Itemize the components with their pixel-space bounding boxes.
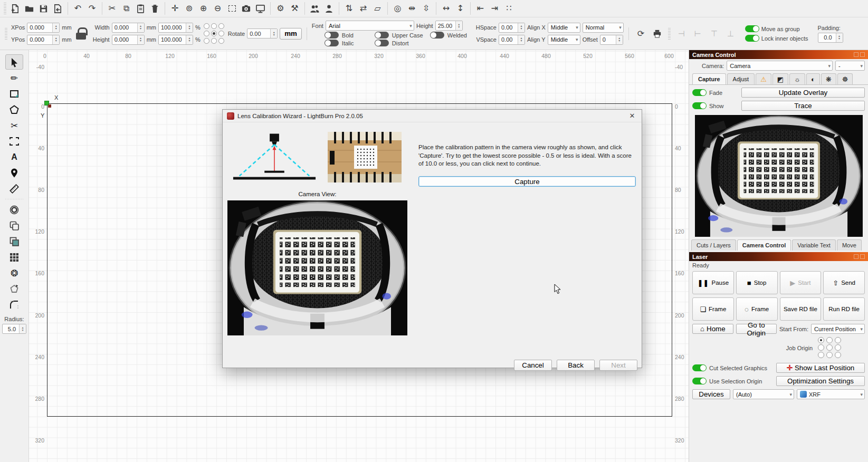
device-select[interactable]: XRF▾: [797, 389, 865, 399]
move-as-group-toggle[interactable]: [745, 25, 759, 32]
show-toggle[interactable]: [692, 102, 707, 109]
use-selection-origin-toggle[interactable]: [692, 378, 707, 384]
update-overlay-button[interactable]: Update Overlay: [741, 88, 865, 98]
new-file-icon[interactable]: [8, 2, 22, 16]
laser-titlebar[interactable]: Laser: [689, 252, 868, 261]
flip-vertical-icon[interactable]: ⇅: [342, 2, 356, 16]
float-panel-icon[interactable]: [854, 254, 859, 259]
hspace-field[interactable]: 0.00▴▾: [499, 23, 525, 33]
saturation-icon[interactable]: ❋: [821, 73, 836, 84]
select-tool[interactable]: [5, 54, 23, 70]
auto-port-select[interactable]: (Auto)▾: [733, 389, 794, 399]
dock-height-icon[interactable]: ⇥: [488, 2, 502, 16]
distribute-v-icon[interactable]: ↕: [453, 2, 468, 16]
text-style-select[interactable]: Normal▾: [583, 23, 624, 33]
frame-tool[interactable]: [5, 133, 23, 149]
tab-variable-text[interactable]: Variable Text: [792, 239, 836, 251]
snap-icon[interactable]: ∷: [502, 2, 516, 16]
dock-bottom-icon[interactable]: ⊥: [723, 26, 738, 41]
distort-icon[interactable]: ▱: [370, 2, 385, 16]
goto-origin-button[interactable]: Go to Origin: [736, 324, 777, 334]
redo-icon[interactable]: ↷: [85, 2, 99, 16]
warning-icon[interactable]: ⚠: [756, 73, 771, 84]
device-settings-icon[interactable]: ⚒: [288, 2, 302, 16]
cancel-button[interactable]: Cancel: [514, 360, 552, 371]
rotate-field[interactable]: 0.00▴▾: [247, 28, 278, 38]
width-percent-field[interactable]: 100.000▴▾: [158, 23, 193, 33]
draw-lines-tool[interactable]: ✏: [5, 70, 23, 85]
align-y-icon[interactable]: ⇳: [419, 2, 433, 16]
offset-shapes-tool[interactable]: [5, 281, 23, 296]
lock-inner-toggle[interactable]: [745, 35, 759, 42]
dialog-titlebar[interactable]: Lens Calibration Wizard - LightBurn Pro …: [223, 110, 642, 122]
contrast-icon[interactable]: ◐: [806, 73, 820, 84]
tab-move[interactable]: Move: [837, 239, 862, 251]
tab-adjust[interactable]: Adjust: [727, 73, 755, 84]
send-button[interactable]: ⇧Send: [823, 271, 865, 294]
dialog-close-icon[interactable]: ✕: [627, 112, 637, 120]
ypos-field[interactable]: 0.000▴▾: [27, 35, 60, 45]
back-button[interactable]: Back: [557, 360, 595, 371]
zoom-in-icon[interactable]: ⊕: [196, 2, 211, 16]
group-icon[interactable]: [308, 2, 322, 16]
aligny-select[interactable]: Middle▾: [548, 35, 580, 45]
show-last-position-button[interactable]: ✛Show Last Position: [776, 363, 865, 373]
delete-icon[interactable]: [148, 2, 162, 16]
lock-aspect-icon[interactable]: [75, 27, 88, 41]
home-button[interactable]: ⌂Home: [692, 324, 733, 334]
font-select[interactable]: Arial▾: [326, 21, 414, 31]
start-from-select[interactable]: Current Position▾: [811, 324, 865, 334]
offset-ring-tool[interactable]: [5, 202, 23, 217]
ungroup-icon[interactable]: [322, 2, 336, 16]
float-panel-icon[interactable]: [854, 52, 859, 57]
boolean-tool[interactable]: [5, 234, 23, 249]
height-field[interactable]: 0.000▴▾: [112, 35, 145, 45]
tab-cuts-layers[interactable]: Cuts / Layers: [691, 239, 736, 251]
undo-icon[interactable]: ↶: [71, 2, 85, 16]
close-panel-icon[interactable]: [860, 52, 865, 57]
tab-camera-control[interactable]: Camera Control: [737, 239, 791, 251]
distort-toggle[interactable]: [375, 40, 389, 46]
radius-field[interactable]: 5.0▴▾: [2, 324, 26, 334]
save-rd-button[interactable]: Save RD file: [780, 297, 822, 321]
camera-index-select[interactable]: -▾: [835, 61, 865, 71]
uppercase-toggle[interactable]: [375, 32, 389, 38]
paste-icon[interactable]: [133, 2, 148, 16]
next-button[interactable]: Next: [599, 360, 637, 371]
cut-shapes-tool[interactable]: ✂: [5, 118, 23, 133]
offset-field[interactable]: 0▴▾: [600, 35, 623, 45]
cut-icon[interactable]: ✂: [105, 2, 119, 16]
refresh-icon[interactable]: ⟳: [634, 26, 648, 41]
dock-top-icon[interactable]: ⊤: [707, 26, 721, 41]
run-rd-button[interactable]: Run RD file: [823, 297, 865, 321]
xpos-field[interactable]: 0.000▴▾: [27, 23, 60, 33]
import-icon[interactable]: [51, 2, 65, 16]
zoom-out-icon[interactable]: ⊖: [211, 2, 225, 16]
toolbar-grip[interactable]: [5, 28, 7, 40]
flip-horizontal-icon[interactable]: ⇄: [356, 2, 370, 16]
toolbar-grip[interactable]: [4, 3, 6, 14]
focus-laser-icon[interactable]: ◎: [390, 2, 405, 16]
settings-gear-icon[interactable]: ⚙: [273, 2, 288, 16]
capture-button[interactable]: Capture: [418, 176, 636, 187]
tab-capture[interactable]: Capture: [692, 73, 726, 84]
alignx-select[interactable]: Middle▾: [548, 23, 580, 33]
weld-tool[interactable]: [5, 218, 23, 233]
close-panel-icon[interactable]: [860, 254, 865, 259]
rectangle-tool[interactable]: [5, 86, 23, 101]
optimization-settings-button[interactable]: Optimization Settings: [776, 376, 865, 386]
measure-tool[interactable]: [5, 181, 23, 196]
circular-array-tool[interactable]: ❂: [5, 265, 23, 281]
frame-button[interactable]: ❏Frame: [692, 297, 734, 321]
dock-right-icon[interactable]: ⊢: [691, 26, 705, 41]
color-wheel-icon[interactable]: ☸: [837, 73, 853, 84]
copy-icon[interactable]: ⧉: [119, 2, 133, 16]
height-percent-field[interactable]: 100.000▴▾: [158, 35, 193, 45]
open-file-icon[interactable]: [22, 2, 36, 16]
brightness-icon[interactable]: ☼: [789, 73, 805, 84]
save-file-icon[interactable]: [36, 2, 51, 16]
edit-nodes-tool[interactable]: [5, 102, 23, 117]
distribute-h-icon[interactable]: ↔: [439, 2, 453, 16]
camera-capture-icon[interactable]: [239, 2, 253, 16]
padding-field[interactable]: 0.0▴▾: [818, 33, 843, 43]
